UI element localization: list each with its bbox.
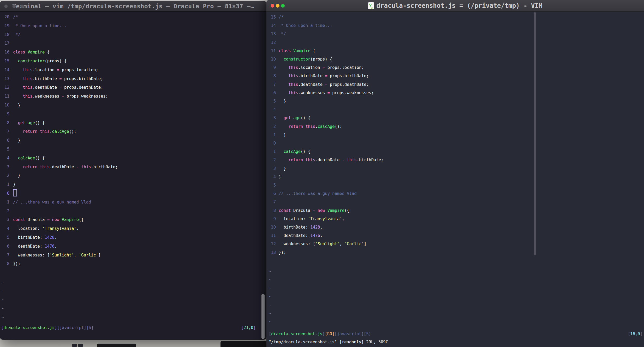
token: } xyxy=(13,138,20,143)
code-line: 7 return this.calcAge(); xyxy=(0,127,266,136)
token: } xyxy=(279,99,286,104)
code-text: weaknesses: ['Sunlight', 'Garlic'] xyxy=(13,251,266,260)
code-text: const Dracula = new Vampire({ xyxy=(279,206,644,215)
token: 21,0 xyxy=(243,325,253,330)
code-text: }); xyxy=(13,260,266,268)
token xyxy=(291,49,293,53)
terminal-scrollbar[interactable] xyxy=(261,294,265,339)
line-number: 12 xyxy=(266,240,276,248)
terminal-titlebar[interactable]: Terminal — vim /tmp/dracula-screenshot.j… xyxy=(0,1,266,12)
code-line: 20/* xyxy=(0,13,266,22)
macvim-tildes: ~~~~~~~ xyxy=(266,267,644,326)
code-text xyxy=(13,145,266,154)
line-number: 7 xyxy=(266,198,276,206)
line-number: 10 xyxy=(0,101,9,110)
token: ] xyxy=(253,325,256,330)
code-text: } xyxy=(13,180,266,189)
minimize-button-icon[interactable] xyxy=(276,4,279,8)
token: class xyxy=(279,49,291,53)
token: this xyxy=(81,165,91,169)
code-text xyxy=(279,139,644,147)
token: // ...there was a guy named Vlad xyxy=(13,200,91,205)
token: . xyxy=(50,129,52,134)
token: const xyxy=(279,208,291,213)
token: location: xyxy=(279,217,308,221)
code-line: 4 location: 'Transylvania', xyxy=(0,224,266,233)
vim-cursor xyxy=(13,189,17,196)
token: Vampire xyxy=(293,49,310,53)
statusline-file-info: [dracula-screenshot.js][RO][javascript][… xyxy=(269,330,371,338)
token: , xyxy=(55,235,57,240)
token: calcAge xyxy=(52,129,69,134)
token: = xyxy=(62,94,64,99)
code-text: this.birthDate = props.birthDate; xyxy=(13,75,266,83)
token: this xyxy=(23,94,32,99)
close-button-icon[interactable] xyxy=(271,4,274,8)
token: age xyxy=(293,116,301,120)
code-text: this.location = props.location; xyxy=(279,63,644,72)
token: return xyxy=(288,124,303,129)
code-line: 8 get age() { xyxy=(0,119,266,128)
token: Dracula xyxy=(291,208,313,213)
code-line: 19 * Once upon a time... xyxy=(0,22,266,31)
token: .deathDate xyxy=(33,85,59,90)
code-line: 1// ...there was a guy named Vlad xyxy=(0,198,266,207)
token: = xyxy=(47,217,50,222)
code-line: 6 } xyxy=(0,136,266,145)
line-number: 4 xyxy=(0,224,9,233)
macvim-scrollbar[interactable] xyxy=(534,12,536,255)
code-line: 10 birthDate: 1428, xyxy=(266,223,644,231)
token xyxy=(50,217,52,222)
zoom-button-icon[interactable] xyxy=(20,4,24,8)
code-text: /* xyxy=(13,13,266,22)
code-text xyxy=(279,38,644,47)
token xyxy=(59,217,62,222)
token xyxy=(79,165,81,169)
close-button-icon[interactable] xyxy=(4,4,8,8)
code-line: 13 this.birthDate = props.birthDate; xyxy=(0,75,266,83)
code-line: 11 deathDate: 1476, xyxy=(266,231,644,240)
token: , xyxy=(320,225,323,230)
code-text: weaknesses: ['Sunlight', 'Garlic'] xyxy=(279,240,644,248)
token: .deathDate xyxy=(50,165,76,169)
zoom-button-icon[interactable] xyxy=(281,4,285,8)
terminal-vim-tildes: ~~~~~ xyxy=(0,278,266,322)
token: */ xyxy=(279,32,286,36)
line-number: 12 xyxy=(266,38,276,47)
line-number: 11 xyxy=(0,92,9,101)
token xyxy=(13,165,23,169)
line-number: 9 xyxy=(0,110,9,119)
token: 'Transylvania' xyxy=(308,217,342,221)
code-text: this.deathDate = props.deathDate; xyxy=(279,80,644,89)
minimize-button-icon[interactable] xyxy=(12,4,16,8)
code-text: this.weaknesses = props.weaknesses; xyxy=(13,92,266,101)
token xyxy=(325,208,327,213)
token xyxy=(279,91,288,95)
token: */ xyxy=(13,32,20,37)
code-text: location: 'Transylvania', xyxy=(13,224,266,233)
token: this xyxy=(288,74,298,78)
token: 1428 xyxy=(310,225,320,230)
code-text xyxy=(13,189,266,198)
terminal-vim-buffer[interactable]: 20/*19 * Once upon a time...18 */1716cla… xyxy=(0,12,266,268)
token: } xyxy=(279,133,286,137)
code-text xyxy=(279,181,644,189)
token: = xyxy=(327,91,330,95)
code-text: }); xyxy=(279,248,644,257)
document-proxy-icon[interactable]: Vjs xyxy=(368,2,374,9)
macvim-buffer[interactable]: 15/*14 * Once upon a time...13 */1211cla… xyxy=(266,12,644,257)
macvim-titlebar[interactable]: Vjs dracula-screenshot.js = (/private/tm… xyxy=(266,0,644,12)
token xyxy=(303,158,305,162)
line-number: 3 xyxy=(266,164,276,173)
token: 1476 xyxy=(310,233,320,238)
code-text: birthDate: 1428, xyxy=(13,233,266,242)
code-line: 4 calcAge() { xyxy=(0,154,266,163)
code-line: 11class Vampire { xyxy=(266,47,644,55)
code-line: 11 this.weaknesses = props.weaknesses; xyxy=(0,92,266,101)
line-number: 5 xyxy=(266,97,276,105)
token xyxy=(13,121,18,125)
background-window-fragment xyxy=(220,341,267,347)
token: ] xyxy=(98,253,101,258)
code-text: deathDate: 1476, xyxy=(279,231,644,240)
code-text: // ...there was a guy named Vlad xyxy=(13,198,266,207)
